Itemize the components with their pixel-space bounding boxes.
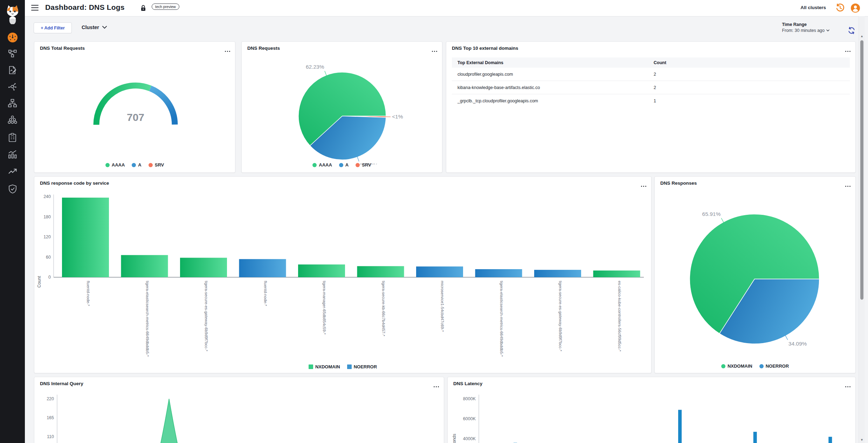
panel-title: DNS Total Requests	[40, 46, 85, 51]
chart-legend: NXDOMAINNOERROR	[34, 364, 651, 369]
statistics-icon	[8, 150, 18, 159]
x-axis-category-label: tigera-elasticsearch-metrics-6649dbddb5-…	[145, 281, 150, 357]
calico-cat-logo[interactable]	[0, 3, 25, 25]
add-filter-button[interactable]: + Add Filter	[34, 22, 72, 33]
legend-item-SRV[interactable]: SRV	[356, 162, 371, 168]
latency-bar[interactable]	[678, 410, 682, 443]
legend-label: NXDOMAIN	[315, 364, 340, 369]
bar-fluentd-node-*[interactable]	[239, 259, 286, 277]
legend-label: AAAA	[319, 162, 332, 168]
bar-tigera-secure-es-gateway-6b9d9f7bcc-*[interactable]	[180, 258, 227, 277]
column-header-count: Count	[654, 60, 850, 65]
service-graph-icon	[8, 82, 17, 91]
sidebar-item-network-topology[interactable]	[0, 96, 25, 110]
legend-item-NOERROR[interactable]: NOERROR	[347, 364, 377, 369]
chevron-down-icon	[826, 29, 829, 32]
sidebar-item-policies[interactable]	[0, 63, 25, 77]
gauge-center-value: 707	[127, 111, 144, 123]
legend-item-A[interactable]: A	[339, 162, 349, 168]
legend-label: NOERROR	[354, 364, 377, 369]
legend-item-AAAA[interactable]: AAAA	[312, 162, 332, 168]
pie-slice-label: 34.09%	[788, 341, 807, 347]
table-row[interactable]: _grpclb._tcp.cloudprofiler.googleapis.co…	[452, 94, 850, 107]
panel-dns-responses: DNS Responses 34.09%65.91% NXDOMAINNOERR…	[654, 176, 856, 373]
latency-bar[interactable]	[753, 432, 757, 443]
legend-item-NOERROR[interactable]: NOERROR	[759, 363, 789, 369]
user-avatar-icon[interactable]	[850, 3, 860, 14]
cell-domain: kibana-knowledge-base-artifacts.elastic.…	[452, 85, 654, 90]
scroll-down-arrow[interactable]: ▼	[860, 438, 864, 442]
vertical-scrollbar[interactable]: ▲ ▼	[859, 16, 865, 443]
top-bar: Dashboard: DNS Logs tech preview All clu…	[25, 0, 868, 16]
legend-item-A[interactable]: A	[132, 162, 141, 168]
legend-item-AAAA[interactable]: AAAA	[105, 162, 125, 168]
panel-dns-latency: DNS Latency 8000K6000K4000KMicroseconds	[447, 377, 856, 443]
cell-count: 2	[654, 72, 850, 77]
panel-dns-internal-query: DNS Internal Query 220165110	[34, 377, 444, 443]
column-header-domains: Top External Domains	[452, 60, 654, 65]
panel-menu-button[interactable]	[843, 182, 850, 185]
panel-dns-top-external-domains: DNS Top 10 external domains Top External…	[446, 41, 856, 173]
cluster-dropdown[interactable]: Cluster	[82, 25, 107, 30]
panel-title: DNS Requests	[247, 46, 280, 51]
cat-logo-icon	[5, 4, 21, 24]
sidebar-item-statistics[interactable]	[0, 148, 25, 161]
table-row[interactable]: cloudprofiler.googleapis.com2	[452, 68, 850, 81]
panel-title: DNS Internal Query	[40, 381, 83, 386]
x-axis-category-label: es-calico-kube-controllers-56cf99d5cc-*	[618, 281, 622, 352]
bar-fluentd-node-*[interactable]	[62, 198, 109, 277]
pie-label-leader	[785, 335, 788, 340]
bar-chart: 240180120600fluentd-node-*tigera-elastic…	[34, 177, 650, 361]
legend-marker	[309, 364, 313, 369]
bar-tigera-secure-kb-66c7b4d457-*[interactable]	[357, 266, 404, 277]
sidebar-item-flow-visualizations[interactable]	[0, 47, 25, 60]
legend-item-SRV[interactable]: SRV	[149, 162, 164, 168]
sidebar-item-security[interactable]	[0, 182, 25, 196]
pie-label-leader	[721, 218, 724, 223]
y-axis-tick: 120	[43, 234, 51, 239]
menu-icon[interactable]	[31, 5, 39, 11]
bar-tigera-elasticsearch-metrics-6649dbddb5-*[interactable]	[121, 255, 168, 277]
cell-domain: cloudprofiler.googleapis.com	[452, 72, 654, 77]
table-header-row: Top External Domains Count	[452, 57, 850, 68]
time-range-control[interactable]: Time Range From: 30 minutes ago	[782, 22, 829, 33]
sidebar-item-trends[interactable]	[0, 165, 25, 178]
area-series-peak[interactable]	[154, 399, 185, 443]
bar-microservice1-54cbd47c69-*[interactable]	[416, 266, 463, 277]
x-axis-category-label: fluentd-node-*	[263, 281, 268, 306]
cell-domain: _grpclb._tcp.cloudprofiler.googleapis.co…	[452, 98, 654, 103]
network-topology-icon	[8, 98, 17, 108]
panel-dns-requests: DNS Requests <1%37.62%62.23% AAAAASRV	[241, 41, 442, 173]
time-range-label: Time Range	[782, 22, 829, 27]
panel-dns-response-code-by-service: DNS response code by service 24018012060…	[34, 176, 652, 373]
area-chart: 220165110	[34, 377, 443, 443]
panel-menu-button[interactable]	[222, 47, 230, 50]
legend-marker	[356, 163, 360, 167]
table-row[interactable]: kibana-knowledge-base-artifacts.elastic.…	[452, 81, 850, 94]
legend-marker	[721, 364, 725, 368]
y-axis-title: Microseconds	[452, 434, 457, 443]
scroll-up-arrow[interactable]: ▲	[860, 34, 864, 38]
gauge-arc-A[interactable]	[150, 88, 175, 124]
bar-tigera-elasticsearch-metrics-6649dbddb5-*[interactable]	[475, 269, 522, 277]
refresh-button[interactable]	[848, 27, 855, 36]
bar-tigera-manager-65db854c59-*[interactable]	[298, 265, 345, 277]
latency-bar[interactable]	[828, 437, 832, 443]
scrollbar-thumb[interactable]	[860, 40, 863, 300]
bar-es-calico-kube-controllers-56cf99d5cc-*[interactable]	[593, 271, 640, 277]
all-clusters-selector[interactable]: All clusters	[800, 5, 826, 10]
sidebar-item-clusters[interactable]	[0, 113, 25, 126]
dashboard-gauge-icon	[7, 32, 18, 43]
bar-tigera-secure-es-gateway-6b9d9f7bcc-*[interactable]	[534, 270, 581, 277]
history-icon[interactable]	[835, 3, 845, 14]
panel-menu-button[interactable]	[843, 47, 850, 50]
legend-marker	[105, 163, 110, 167]
sidebar-item-service-graph[interactable]	[0, 80, 25, 93]
y-axis-tick: 240	[43, 194, 51, 199]
legend-item-NXDOMAIN[interactable]: NXDOMAIN	[309, 364, 340, 369]
sidebar-item-compliance-reports[interactable]	[0, 131, 25, 144]
panel-menu-button[interactable]	[429, 47, 437, 50]
sidebar-item-dashboard[interactable]	[0, 30, 25, 45]
cluster-dropdown-label: Cluster	[82, 25, 99, 30]
legend-item-NXDOMAIN[interactable]: NXDOMAIN	[721, 363, 752, 369]
